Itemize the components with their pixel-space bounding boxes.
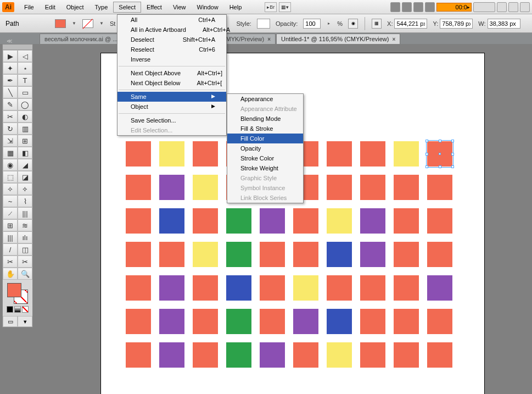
gradient-mode-btn[interactable] — [14, 306, 21, 313]
artwork-square[interactable] — [394, 141, 419, 167]
tool-button[interactable]: ◧ — [18, 147, 32, 159]
sys-btn[interactable] — [520, 2, 530, 12]
artwork-square[interactable] — [260, 242, 285, 267]
x-input[interactable] — [394, 19, 427, 29]
bridge-icon[interactable]: ▸Br — [265, 2, 277, 12]
none-mode-btn[interactable] — [22, 306, 29, 313]
color-mode-btn[interactable] — [7, 306, 13, 313]
artwork-square[interactable] — [226, 208, 251, 234]
style-input[interactable] — [257, 19, 270, 29]
sys-btn[interactable] — [413, 2, 423, 12]
y-input[interactable] — [440, 19, 473, 29]
artwork-square[interactable] — [327, 309, 352, 334]
artwork-square[interactable] — [159, 275, 184, 301]
tool-button[interactable]: 🔍 — [18, 268, 32, 280]
artwork-square[interactable] — [193, 342, 218, 368]
menu-view[interactable]: View — [167, 2, 192, 13]
artwork-square[interactable] — [427, 309, 452, 334]
artwork-square[interactable] — [360, 242, 385, 267]
artwork-square[interactable] — [126, 208, 151, 234]
artwork-square[interactable] — [126, 309, 151, 334]
artwork-square[interactable] — [327, 141, 352, 167]
tool-button[interactable]: ✂ — [18, 256, 32, 268]
stroke-swatch[interactable] — [82, 19, 93, 28]
document-tab[interactable]: Untitled-1* @ 116,95% (CMYK/Preview)× — [276, 34, 400, 44]
artwork-square[interactable] — [293, 309, 318, 334]
menu-type[interactable]: Type — [89, 2, 114, 13]
tool-button[interactable]: ✎ — [3, 98, 18, 110]
artwork-square[interactable] — [293, 275, 318, 301]
artwork-square[interactable] — [327, 342, 352, 368]
sys-btn[interactable] — [473, 2, 495, 12]
tool-button[interactable]: ╲ — [3, 86, 18, 98]
sys-btn[interactable] — [508, 2, 518, 12]
fill-swatch[interactable] — [55, 19, 66, 28]
artwork-square[interactable] — [159, 208, 184, 234]
artwork-square[interactable] — [159, 175, 184, 200]
tool-button[interactable]: ▭ — [18, 86, 32, 98]
artwork-square[interactable] — [260, 342, 285, 368]
artwork-square[interactable] — [327, 242, 352, 267]
artwork-square[interactable] — [126, 141, 151, 167]
artwork-square[interactable] — [226, 309, 251, 334]
opacity-input[interactable] — [303, 19, 321, 29]
artwork-square[interactable] — [226, 342, 251, 368]
menu-entry[interactable]: Fill & Stroke — [227, 124, 303, 134]
menu-select[interactable]: Select — [113, 2, 141, 13]
artwork-square[interactable] — [293, 242, 318, 267]
menu-entry[interactable]: DeselectShift+Ctrl+A — [117, 35, 226, 45]
menu-effect[interactable]: Effect — [141, 2, 167, 13]
artwork-square[interactable] — [193, 141, 218, 167]
artwork-square[interactable] — [327, 175, 352, 200]
tool-button[interactable]: ◢ — [18, 159, 32, 171]
tool-button[interactable]: ⇲ — [3, 135, 18, 147]
tool-button[interactable]: ◪ — [18, 171, 32, 183]
artwork-square[interactable] — [360, 208, 385, 234]
tool-button[interactable]: ılı — [18, 231, 32, 243]
artwork-square[interactable] — [293, 342, 318, 368]
tool-button[interactable]: ✂ — [3, 110, 18, 123]
chevron-down-icon[interactable]: ▼ — [71, 20, 77, 27]
menu-entry[interactable]: Object▶ — [117, 102, 226, 112]
menu-file[interactable]: File — [19, 2, 40, 13]
tool-button[interactable]: ||| — [3, 231, 18, 243]
menu-entry[interactable]: Save Selection... — [117, 115, 226, 125]
record-display[interactable]: 00:0▸ — [436, 3, 472, 12]
artwork-square[interactable] — [360, 141, 385, 167]
tool-button[interactable]: ◯ — [18, 98, 32, 110]
tool-button[interactable]: T — [18, 74, 32, 86]
menu-edit[interactable]: Edit — [40, 2, 61, 13]
tool-button[interactable]: ⬚ — [3, 171, 18, 183]
artwork-square[interactable] — [126, 342, 151, 368]
tool-button[interactable]: ↻ — [3, 123, 18, 135]
menu-entry[interactable]: Inverse — [117, 54, 226, 64]
artwork-square[interactable] — [394, 175, 419, 200]
tool-button[interactable]: ◉ — [3, 159, 18, 171]
artwork-square[interactable] — [394, 242, 419, 267]
align-icon[interactable]: ▦ — [372, 19, 382, 29]
artwork-square[interactable] — [260, 275, 285, 301]
w-input[interactable] — [488, 19, 520, 29]
selection-handle[interactable] — [425, 140, 428, 142]
tool-button[interactable]: ⊞ — [18, 135, 32, 147]
artwork-square[interactable] — [427, 242, 452, 267]
selection-handle[interactable] — [439, 165, 441, 168]
menu-entry[interactable]: All in Active ArtboardAlt+Ctrl+A — [117, 25, 226, 35]
selection-handle[interactable] — [451, 165, 454, 168]
chevron-icon[interactable]: ▸ — [326, 20, 332, 27]
menu-entry[interactable]: Opacity — [227, 143, 303, 153]
menu-entry[interactable]: Stroke Color — [227, 153, 303, 163]
artwork-square[interactable] — [427, 342, 452, 368]
fill-stroke-box[interactable] — [7, 283, 28, 304]
menu-entry[interactable]: Same▶ — [117, 92, 226, 102]
tool-button[interactable]: ◫ — [18, 243, 32, 256]
tool-button[interactable]: ||| — [18, 207, 32, 219]
tool-button[interactable]: ▥ — [18, 123, 32, 135]
menu-entry[interactable]: Next Object AboveAlt+Ctrl+] — [117, 68, 226, 78]
screen-menu-btn[interactable]: ▾ — [18, 316, 32, 327]
artwork-square[interactable] — [293, 208, 318, 234]
artwork-square[interactable] — [193, 309, 218, 334]
document-tab[interactable]: веселый молочник.ai @ ...× — [40, 34, 129, 44]
tool-button[interactable]: ✋ — [3, 268, 18, 280]
menu-window[interactable]: Window — [192, 2, 224, 13]
